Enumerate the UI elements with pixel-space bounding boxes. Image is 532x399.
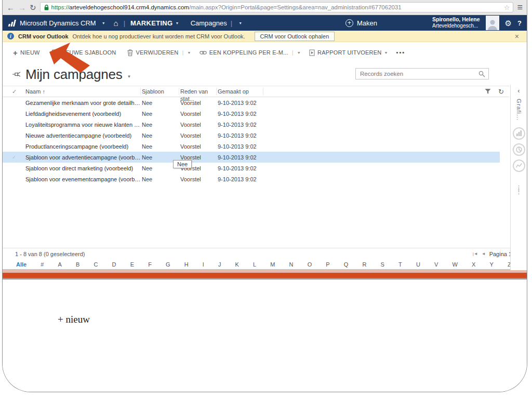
browser-menu-icon[interactable]: ≡ xyxy=(517,3,523,12)
alpha-filter-A[interactable]: A xyxy=(58,261,62,268)
alpha-filter-S[interactable]: S xyxy=(381,261,384,268)
run-report-button[interactable]: RAPPORT UITVOEREN ▼ xyxy=(309,49,388,56)
table-row[interactable]: Liefdadigheidsevenement (voorbeeld)NeeVo… xyxy=(3,108,500,119)
alpha-filter-F[interactable]: F xyxy=(148,261,152,268)
alpha-filter-R[interactable]: R xyxy=(363,261,367,268)
table-rows: Gezamenlijke merknaam voor grote detailh… xyxy=(3,97,527,184)
gear-icon[interactable]: ⚙ xyxy=(505,19,512,27)
cell-naam[interactable]: Sjabloon voor direct marketing (voorbeel… xyxy=(25,165,141,171)
table-row[interactable]: Loyaliteitsprogramma voor nieuwe klanten… xyxy=(3,119,500,130)
notification-message: Ontdek hoe u nog productiever kunt worde… xyxy=(73,33,245,39)
more-commands-button[interactable]: ••• xyxy=(396,49,406,56)
delete-button[interactable]: VERWIJDEREN xyxy=(127,49,178,56)
alpha-filter-N[interactable]: N xyxy=(289,261,294,268)
home-icon[interactable]: ⌂ xyxy=(114,19,118,27)
address-bar[interactable]: https://arteveldehogeschool914.crm4.dyna… xyxy=(40,2,514,12)
cell-reden: Voorstel xyxy=(179,100,217,106)
avatar[interactable] xyxy=(486,16,499,30)
alpha-filter-L[interactable]: L xyxy=(253,261,256,268)
alpha-filter-Y[interactable]: Y xyxy=(489,261,493,268)
nav-area-marketing[interactable]: MARKETING▼ xyxy=(130,19,179,27)
expand-pane-icon[interactable]: ‹ xyxy=(517,87,520,94)
cell-naam[interactable]: Productlanceringscampagne (voorbeeld) xyxy=(25,143,141,150)
cell-reden: Voorstel xyxy=(179,143,217,150)
alpha-filter-K[interactable]: K xyxy=(235,261,239,268)
chevron-down-icon[interactable]: ▼ xyxy=(188,51,191,55)
search-input[interactable] xyxy=(356,71,478,77)
alpha-filter-B[interactable]: B xyxy=(76,261,79,268)
column-header-reden[interactable]: Reden van stat... xyxy=(179,88,217,95)
padlock-icon xyxy=(44,4,49,11)
create-button[interactable]: + Maken xyxy=(345,19,377,27)
alpha-filter-D[interactable]: D xyxy=(112,261,116,268)
alpha-filter-H[interactable]: H xyxy=(184,261,189,268)
table-row[interactable]: Gezamenlijke merknaam voor grote detailh… xyxy=(3,97,500,108)
table-row[interactable]: Nieuwe advertentiecampagne (voorbeeld)Ne… xyxy=(3,130,500,141)
cell-sjabloon: Nee xyxy=(141,143,179,150)
alpha-filter-#[interactable]: # xyxy=(41,261,44,268)
line-chart-icon[interactable] xyxy=(513,159,525,172)
alpha-filter-I[interactable]: I xyxy=(203,261,204,268)
chevron-down-icon[interactable]: ▼ xyxy=(297,51,301,55)
alpha-filter-all[interactable]: Alle xyxy=(16,261,26,268)
help-button[interactable]: ? xyxy=(517,19,522,27)
previous-page-icon[interactable]: ◄ xyxy=(482,251,486,256)
resize-handle-icon[interactable]: ⋮⋮ xyxy=(515,186,522,194)
column-header-naam[interactable]: Naam ↑ xyxy=(25,88,141,95)
cell-naam[interactable]: Loyaliteitsprogramma voor nieuwe klanten… xyxy=(25,122,141,128)
caption-text: + nieuw xyxy=(58,314,90,325)
search-icon[interactable] xyxy=(478,71,485,77)
pie-chart-icon[interactable] xyxy=(513,143,525,156)
alpha-filter-E[interactable]: E xyxy=(130,261,134,268)
cell-naam[interactable]: Liefdadigheidsevenement (voorbeeld) xyxy=(25,111,141,117)
dynamics-brand[interactable]: Microsoft Dynamics CRM ▼ xyxy=(8,19,105,27)
table-row[interactable]: Productlanceringscampagne (voorbeeld)Nee… xyxy=(3,141,500,152)
chevron-down-icon[interactable]: ▼ xyxy=(127,74,131,79)
browser-forward-icon[interactable]: → xyxy=(18,4,26,11)
refresh-icon[interactable]: ↻ xyxy=(498,88,504,95)
nav-entity-campagnes[interactable]: Campagnes|▼ xyxy=(191,19,242,27)
table-row[interactable]: ✓Sjabloon voor advertentiecampagne (voor… xyxy=(3,152,500,163)
bar-chart-icon[interactable] xyxy=(513,127,525,140)
alpha-filter-T[interactable]: T xyxy=(398,261,402,268)
close-icon[interactable]: × xyxy=(515,32,522,41)
filter-icon[interactable] xyxy=(485,88,491,95)
chart-pane: ‹ Grafi... ⋮⋮ xyxy=(510,85,527,270)
crm-top-nav: Microsoft Dynamics CRM ▼ ⌂ | MARKETING▼ … xyxy=(3,15,527,31)
cell-naam[interactable]: Sjabloon voor advertentiecampagne (voorb… xyxy=(25,154,141,161)
alpha-filter-M[interactable]: M xyxy=(270,261,275,268)
alpha-filter-G[interactable]: G xyxy=(166,261,170,268)
cell-naam[interactable]: Sjabloon voor evenementcampagne (voorbee… xyxy=(25,176,141,182)
get-outlook-button[interactable]: CRM voor Outlook ophalen xyxy=(255,32,335,41)
table-row[interactable]: Sjabloon voor direct marketing (voorbeel… xyxy=(3,163,500,174)
pin-view-icon[interactable] xyxy=(12,71,21,77)
alpha-filter-J[interactable]: J xyxy=(218,261,221,268)
alpha-filter-X[interactable]: X xyxy=(472,261,475,268)
document-body: + nieuw xyxy=(3,280,527,392)
column-header-sjabloon[interactable]: Sjabloon xyxy=(141,88,179,95)
bookmark-star-icon[interactable]: ☆ xyxy=(504,4,510,11)
email-link-button[interactable]: EEN KOPPELING PER E-M... xyxy=(200,49,288,56)
alpha-filter-U[interactable]: U xyxy=(416,261,420,268)
browser-reload-icon[interactable]: ↻ xyxy=(30,4,36,11)
browser-back-icon[interactable]: ← xyxy=(7,4,15,11)
table-row[interactable]: Sjabloon voor evenementcampagne (voorbee… xyxy=(3,174,500,184)
cell-naam[interactable]: Gezamenlijke merknaam voor grote detailh… xyxy=(25,100,141,106)
user-menu[interactable]: Spironello, Helene Arteveldehogesch... xyxy=(432,16,480,30)
row-checkmark[interactable]: ✓ xyxy=(12,154,25,160)
cell-reden: Voorstel xyxy=(179,132,217,139)
cell-naam[interactable]: Nieuwe advertentiecampagne (voorbeeld) xyxy=(25,132,141,139)
cell-gemaakt: 9-10-2013 9:02 xyxy=(217,143,263,150)
select-all-checkmark[interactable]: ✓ xyxy=(12,88,25,95)
new-button[interactable]: + NIEUW xyxy=(13,49,40,57)
alpha-filter-P[interactable]: P xyxy=(326,261,329,268)
alpha-filter-V[interactable]: V xyxy=(434,261,438,268)
alpha-filter-C[interactable]: C xyxy=(94,261,98,268)
cell-gemaakt: 9-10-2013 9:02 xyxy=(217,122,263,128)
alpha-filter-Q[interactable]: Q xyxy=(344,261,349,268)
alpha-filter-O[interactable]: O xyxy=(308,261,312,268)
column-header-gemaakt[interactable]: Gemaakt op xyxy=(217,88,263,95)
grid-status-bar: 1 - 8 van 8 (0 geselecteerd) |◄ ◄ Pagina… xyxy=(3,248,527,259)
first-page-icon[interactable]: |◄ xyxy=(473,251,478,256)
alpha-filter-W[interactable]: W xyxy=(452,261,457,268)
